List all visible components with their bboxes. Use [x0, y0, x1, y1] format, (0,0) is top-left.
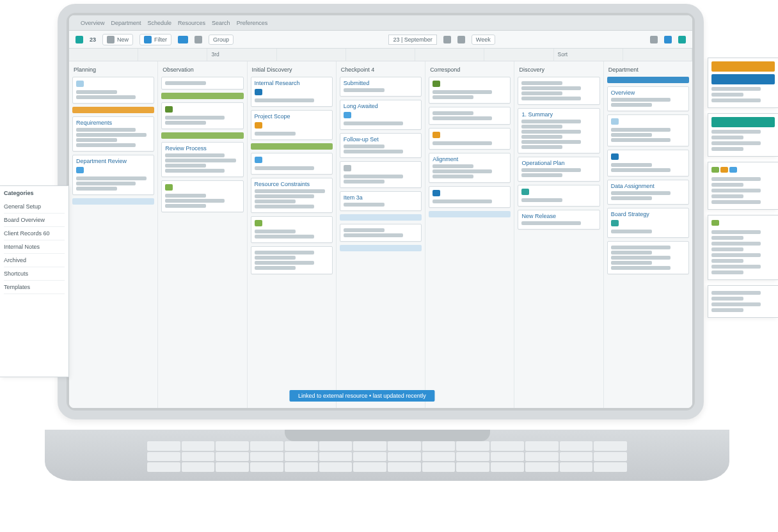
board-card[interactable]: [429, 128, 511, 150]
sidebar-item[interactable]: Shortcuts: [4, 267, 65, 281]
tab[interactable]: Preferences: [237, 20, 268, 26]
text-line: [711, 253, 761, 257]
board-card[interactable]: [429, 107, 511, 125]
search-icon[interactable]: [650, 36, 658, 43]
right-panel[interactable]: [708, 215, 778, 280]
board-card[interactable]: [72, 77, 154, 104]
board-card[interactable]: [607, 150, 689, 176]
tab[interactable]: Resources: [178, 20, 205, 26]
board-block[interactable]: [251, 143, 333, 150]
sidebar-item[interactable]: Archived: [4, 254, 65, 267]
sidebar-item[interactable]: General Setup: [4, 200, 65, 214]
board-block[interactable]: [607, 77, 689, 83]
board-card[interactable]: Project Scope: [251, 110, 333, 140]
board-card[interactable]: [518, 77, 599, 105]
board-card[interactable]: [429, 77, 511, 104]
tab[interactable]: Overview: [81, 20, 105, 26]
text-line: [521, 97, 581, 100]
board-block[interactable]: [340, 214, 422, 221]
board-block[interactable]: [161, 132, 243, 139]
text-line: [344, 180, 385, 184]
board-card[interactable]: [607, 114, 689, 146]
board-card[interactable]: [607, 241, 689, 274]
board-card[interactable]: Submitted: [340, 77, 422, 97]
status-banner[interactable]: Linked to external resource • last updat…: [289, 390, 435, 402]
right-panel[interactable]: [708, 285, 778, 318]
board-card[interactable]: Alignment: [429, 153, 511, 183]
board-card[interactable]: New Release: [518, 210, 599, 230]
subheader-cell: [623, 49, 692, 61]
right-panel[interactable]: [708, 58, 778, 108]
date-picker[interactable]: 23 | September: [388, 35, 436, 45]
board-card[interactable]: [251, 216, 333, 243]
list-icon[interactable]: [194, 36, 202, 43]
help-icon[interactable]: [678, 36, 686, 43]
keyboard-key: [422, 441, 456, 451]
sidebar-item[interactable]: Client Records 60: [4, 227, 65, 240]
tab[interactable]: Department: [111, 20, 141, 26]
board-card[interactable]: [518, 185, 599, 207]
sidebar-item[interactable]: Internal Notes: [4, 240, 65, 254]
group-button[interactable]: Group: [209, 35, 234, 45]
board-card[interactable]: Requirements: [72, 116, 154, 152]
board-card[interactable]: [340, 224, 422, 242]
card-headline: Department Review: [76, 158, 150, 164]
board-card[interactable]: 1. Summary: [518, 108, 599, 153]
board-block[interactable]: [72, 198, 154, 205]
board-block[interactable]: [429, 211, 511, 217]
board-block[interactable]: [72, 107, 154, 113]
board-card[interactable]: Data Assignment: [607, 180, 689, 205]
text-line: [711, 98, 761, 102]
text-line: [344, 121, 403, 125]
chevron-left-icon[interactable]: [443, 36, 451, 43]
text-line: [711, 87, 761, 91]
right-panel[interactable]: [708, 113, 778, 157]
board-card[interactable]: Department Review: [72, 155, 154, 195]
text-line: [255, 235, 314, 239]
board-card[interactable]: [161, 102, 243, 129]
tab[interactable]: Search: [212, 20, 230, 26]
gear-icon[interactable]: [664, 36, 672, 43]
board-card[interactable]: [251, 153, 333, 175]
view-toggle[interactable]: Week: [472, 35, 495, 45]
board-card[interactable]: Item 3a: [340, 191, 422, 211]
text-line: [521, 145, 562, 149]
keyboard-key: [285, 441, 318, 451]
board-card[interactable]: [161, 180, 243, 212]
sidebar-item[interactable]: Board Overview: [4, 214, 65, 227]
board-card[interactable]: Overview: [607, 86, 689, 111]
board-card[interactable]: [161, 77, 243, 90]
text-line: [255, 199, 296, 203]
card-headline: Resource Constraints: [255, 181, 329, 187]
board-card[interactable]: [429, 186, 511, 208]
text-line: [165, 159, 235, 162]
board-card[interactable]: [340, 161, 422, 188]
board-card[interactable]: Long Awaited: [340, 100, 422, 130]
column-title: Correspond: [429, 65, 511, 77]
new-button[interactable]: New: [102, 34, 133, 45]
board-card[interactable]: Operational Plan: [518, 157, 599, 182]
filter-button[interactable]: Filter: [139, 34, 171, 45]
board-card[interactable]: Follow-up Set: [340, 133, 422, 158]
board-card[interactable]: Resource Constraints: [251, 178, 333, 213]
board-card[interactable]: Board Strategy: [607, 208, 689, 238]
subheader-cell[interactable]: Sort: [554, 49, 623, 61]
home-icon[interactable]: [75, 36, 83, 43]
chevron-right-icon[interactable]: [457, 36, 465, 43]
text-line: [433, 164, 473, 168]
card-icon[interactable]: [178, 36, 188, 43]
board-card[interactable]: Review Process: [161, 142, 243, 177]
board-block[interactable]: [340, 245, 422, 251]
right-panel[interactable]: [708, 162, 778, 210]
keyboard-key: [491, 462, 524, 472]
sidebar-item[interactable]: Templates: [4, 281, 65, 294]
keyboard-key: [491, 441, 524, 451]
board-card[interactable]: [251, 246, 333, 274]
keyboard-key: [353, 441, 386, 451]
board-card[interactable]: Internal Research: [251, 77, 333, 107]
text-line: [711, 200, 761, 204]
board-column: ObservationReview Process: [158, 61, 247, 408]
tab[interactable]: Schedule: [148, 20, 172, 26]
board-block[interactable]: [161, 93, 243, 99]
keyboard-key: [388, 441, 421, 451]
